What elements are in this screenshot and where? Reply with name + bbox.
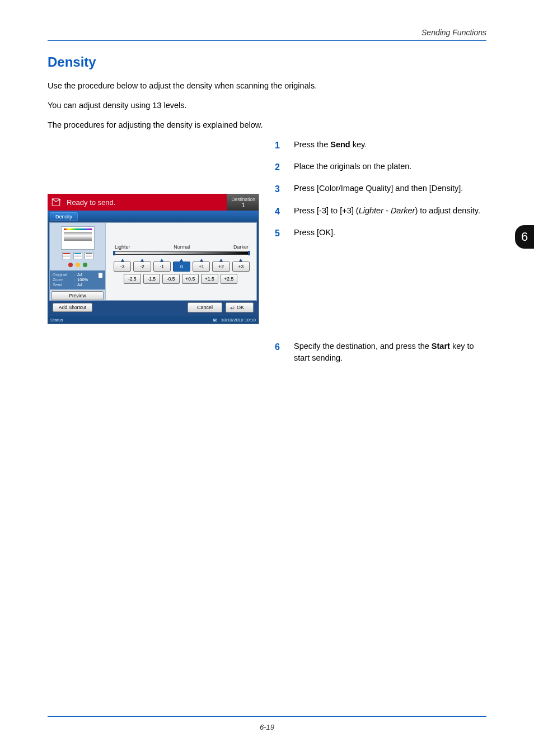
top-rule bbox=[48, 40, 486, 41]
density-minus-1-5[interactable]: -1.5 bbox=[143, 274, 161, 284]
add-shortcut-button[interactable]: Add Shortcut bbox=[53, 303, 92, 312]
section-title: Density bbox=[48, 54, 486, 70]
density-controls: Lighter Normal Darker -3 -2 -1 0 bbox=[106, 223, 256, 300]
density-minus-1[interactable]: -1 bbox=[153, 262, 171, 272]
page-number: 6-19 bbox=[0, 723, 534, 731]
steps-list: Press the Send key. Place the originals … bbox=[275, 139, 486, 364]
destination-value: 1 bbox=[242, 202, 245, 208]
preview-page bbox=[61, 226, 95, 250]
step-3: Press [Color/Image Quality] and then [De… bbox=[275, 183, 486, 195]
info-block: Original: A4 Zoom: 100% Send: A4 bbox=[50, 270, 105, 290]
intro-paragraph-3: The procedures for adjusting the density… bbox=[48, 119, 486, 131]
scale-lighter-label: Lighter bbox=[115, 244, 130, 250]
scale-darker-label: Darker bbox=[233, 244, 249, 250]
tab-density[interactable]: Density bbox=[50, 212, 78, 221]
status-bar: Status 10/10/2010 10:10 bbox=[48, 316, 259, 324]
status-datetime: 10/10/2010 10:10 bbox=[221, 318, 256, 323]
enter-icon bbox=[229, 305, 235, 310]
density-minus-2-5[interactable]: -2.5 bbox=[124, 274, 141, 284]
preview-button[interactable]: Preview bbox=[51, 291, 104, 300]
preview-thumbnails bbox=[62, 252, 93, 259]
step-6: Specify the destination, and press the S… bbox=[275, 340, 486, 364]
page-flag-icon bbox=[99, 273, 102, 278]
bottom-rule bbox=[48, 716, 486, 717]
density-scale-track bbox=[114, 251, 250, 255]
density-plus-2[interactable]: +2 bbox=[212, 262, 229, 272]
cancel-button[interactable]: Cancel bbox=[188, 302, 222, 312]
density-main-row: -3 -2 -1 0 +1 +2 +3 bbox=[114, 262, 250, 272]
intro-paragraph-2: You can adjust density using 13 levels. bbox=[48, 100, 486, 111]
preview-pane: Original: A4 Zoom: 100% Send: A4 Preview bbox=[50, 223, 106, 300]
density-plus-1-5[interactable]: +1.5 bbox=[201, 274, 218, 284]
step-5: Press [OK]. bbox=[275, 227, 486, 240]
footer-row: Add Shortcut Cancel OK bbox=[49, 301, 257, 314]
step-4: Press [-3] to [+3] (Lighter - Darker) to… bbox=[275, 205, 486, 218]
density-plus-2-5[interactable]: +2.5 bbox=[221, 274, 238, 284]
tab-row: Density bbox=[48, 211, 259, 221]
device-header-title: Ready to send. bbox=[64, 198, 227, 207]
density-zero[interactable]: 0 bbox=[173, 262, 190, 272]
density-plus-1[interactable]: +1 bbox=[193, 262, 210, 272]
chapter-tab: 6 bbox=[515, 225, 534, 249]
density-plus-0-5[interactable]: +0.5 bbox=[182, 274, 199, 284]
scale-labels: Lighter Normal Darker bbox=[114, 244, 250, 251]
ok-button[interactable]: OK bbox=[226, 302, 254, 312]
density-half-row: -2.5 -1.5 -0.5 +0.5 +1.5 +2.5 bbox=[114, 274, 250, 284]
density-plus-3[interactable]: +3 bbox=[232, 262, 250, 272]
preview-icon-row bbox=[68, 263, 87, 267]
intro-paragraph-1: Use the procedure below to adjust the de… bbox=[48, 80, 486, 92]
main-area: Original: A4 Zoom: 100% Send: A4 Preview… bbox=[48, 221, 259, 316]
density-minus-3[interactable]: -3 bbox=[114, 262, 131, 272]
destination-badge[interactable]: Destination 1 bbox=[227, 194, 259, 211]
density-minus-0-5[interactable]: -0.5 bbox=[162, 274, 180, 284]
step-1: Press the Send key. bbox=[275, 139, 486, 152]
running-header: Sending Functions bbox=[48, 28, 486, 37]
status-label[interactable]: Status bbox=[50, 318, 63, 323]
density-minus-2[interactable]: -2 bbox=[133, 262, 151, 272]
scale-normal-label: Normal bbox=[174, 244, 190, 250]
send-icon bbox=[48, 197, 64, 207]
step-2: Place the originals on the platen. bbox=[275, 161, 486, 174]
status-toner-icon bbox=[213, 318, 218, 323]
svg-rect-1 bbox=[214, 319, 216, 320]
device-screenshot: Ready to send. Destination 1 Density bbox=[48, 194, 259, 324]
device-header: Ready to send. Destination 1 bbox=[48, 194, 259, 211]
